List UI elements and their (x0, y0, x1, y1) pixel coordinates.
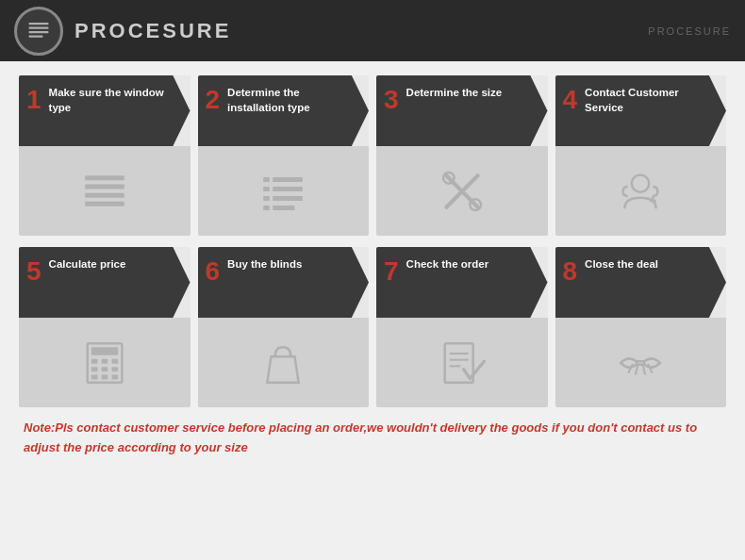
main-content: 1 Make sure the window type 2 Determine … (0, 61, 745, 472)
svg-rect-5 (85, 184, 124, 189)
step-6-card: 6 Buy the blinds (198, 247, 370, 407)
step-8-icon-area (555, 318, 727, 407)
svg-rect-9 (273, 177, 303, 182)
step-4-number: 4 (563, 87, 578, 113)
calc-icon (81, 339, 128, 387)
support-icon (617, 168, 664, 215)
step-1-icon-area (19, 146, 190, 236)
svg-rect-14 (263, 206, 270, 210)
step-2-number: 2 (206, 87, 221, 113)
step-7-icon-area (376, 318, 548, 407)
svg-rect-0 (29, 23, 49, 25)
svg-rect-11 (273, 187, 303, 191)
step-7-card: 7 Check the order (376, 247, 548, 407)
step-6-number: 6 (206, 258, 221, 285)
steps-row-2: 5 Calculate price (19, 247, 726, 407)
header: PROCESURE PROCESURE (0, 0, 745, 61)
note-text: Note:Pls contact customer service before… (19, 419, 726, 458)
svg-rect-31 (91, 374, 98, 379)
step-7-number: 7 (384, 258, 399, 285)
step-2-title: Determine the installation type (227, 85, 359, 115)
svg-rect-13 (273, 196, 303, 201)
step-7-header: 7 Check the order (376, 247, 548, 318)
svg-rect-4 (85, 175, 124, 180)
step-8-title: Close the deal (585, 256, 670, 272)
step-4-icon-area (555, 146, 727, 236)
steps-row-1: 1 Make sure the window type 2 Determine … (19, 75, 726, 236)
step-3-icon-area (376, 146, 548, 236)
step-7-title: Check the order (406, 256, 501, 272)
step-3-card: 3 Determine the size (376, 75, 548, 236)
svg-rect-26 (101, 358, 108, 363)
step-2-card: 2 Determine the installation type (198, 75, 370, 236)
step-8-header: 8 Close the deal (555, 247, 727, 318)
step-8-number: 8 (563, 258, 578, 285)
step-5-header: 5 Calculate price (19, 247, 190, 318)
svg-rect-32 (101, 374, 108, 379)
step-2-icon-area (198, 146, 370, 236)
svg-rect-12 (263, 196, 270, 201)
step-5-card: 5 Calculate price (19, 247, 190, 407)
step-4-header: 4 Contact Customer Service (555, 75, 727, 146)
svg-rect-6 (85, 192, 124, 197)
step-1-number: 1 (26, 87, 41, 113)
step-1-card: 1 Make sure the window type (19, 75, 190, 236)
step-6-icon-area (198, 318, 370, 407)
check-order-icon (439, 339, 486, 387)
step-5-number: 5 (26, 258, 41, 285)
bag-icon (259, 339, 306, 387)
lines-icon (81, 168, 128, 215)
logo-circle (14, 7, 63, 56)
measure-icon (439, 168, 486, 215)
step-5-title: Calculate price (49, 256, 138, 272)
list-icon (259, 168, 306, 215)
svg-point-20 (632, 174, 649, 191)
svg-rect-27 (111, 358, 118, 363)
step-4-title: Contact Customer Service (585, 85, 717, 115)
svg-rect-30 (111, 367, 118, 371)
svg-rect-25 (91, 358, 98, 363)
deal-icon (617, 339, 664, 387)
step-1-header: 1 Make sure the window type (19, 75, 190, 146)
step-6-title: Buy the blinds (227, 256, 313, 272)
svg-rect-7 (85, 201, 124, 206)
step-1-title: Make sure the window type (49, 85, 181, 115)
svg-rect-1 (29, 26, 49, 28)
svg-rect-24 (91, 347, 118, 354)
step-6-header: 6 Buy the blinds (198, 247, 370, 318)
svg-rect-2 (29, 31, 49, 33)
step-8-card: 8 Close the deal (555, 247, 727, 407)
header-watermark: PROCESURE (648, 25, 731, 37)
step-3-header: 3 Determine the size (376, 75, 548, 146)
svg-rect-15 (273, 206, 294, 210)
step-3-title: Determine the size (406, 85, 514, 100)
svg-rect-33 (111, 374, 118, 379)
step-2-header: 2 Determine the installation type (198, 75, 370, 146)
logo-text: PROCESURE (74, 19, 231, 43)
svg-rect-3 (29, 35, 43, 37)
step-5-icon-area (19, 318, 190, 407)
svg-rect-10 (263, 187, 270, 191)
svg-rect-28 (91, 367, 98, 371)
step-3-number: 3 (384, 87, 399, 113)
step-4-card: 4 Contact Customer Service (555, 75, 727, 236)
svg-rect-29 (101, 367, 108, 371)
svg-rect-8 (263, 177, 270, 182)
